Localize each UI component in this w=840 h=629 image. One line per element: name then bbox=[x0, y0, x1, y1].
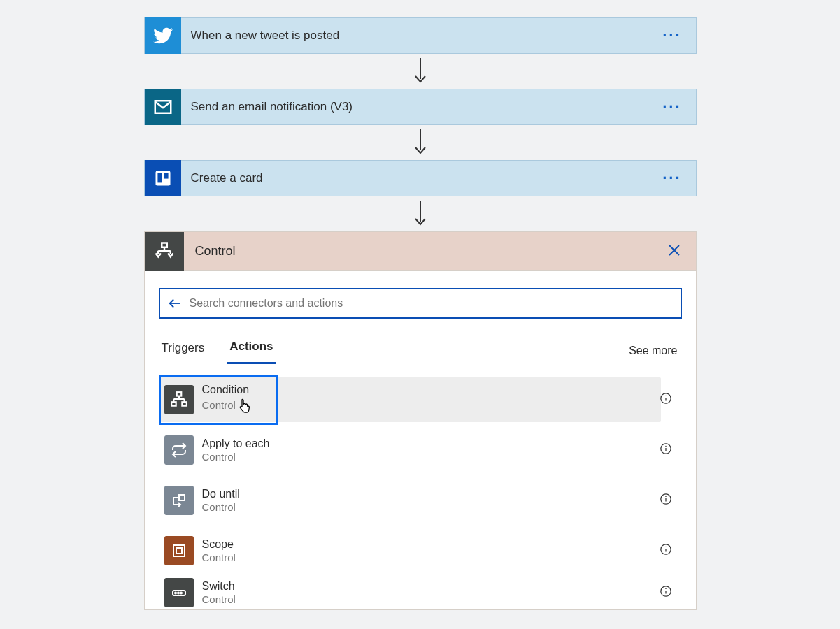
action-category: Control bbox=[202, 396, 253, 417]
svg-rect-28 bbox=[179, 495, 185, 500]
tabs-row: Triggers Actions See more bbox=[159, 337, 682, 365]
panel-header: Control bbox=[145, 232, 696, 271]
action-row-scope[interactable]: Scope Control bbox=[159, 526, 682, 576]
info-icon[interactable] bbox=[660, 493, 672, 508]
condition-icon bbox=[164, 385, 194, 414]
step-menu-button[interactable]: ··· bbox=[662, 98, 695, 116]
flow-step-twitter[interactable]: When a new tweet is posted ··· bbox=[144, 17, 697, 54]
flow-connector-arrow bbox=[144, 125, 697, 160]
loop-icon bbox=[164, 435, 194, 465]
search-input[interactable] bbox=[187, 297, 674, 310]
svg-point-31 bbox=[665, 496, 666, 497]
cursor-pointer-icon bbox=[237, 398, 251, 419]
flow-connector-arrow bbox=[144, 196, 697, 231]
svg-point-43 bbox=[665, 588, 666, 589]
action-category: Control bbox=[202, 551, 236, 565]
info-icon[interactable] bbox=[660, 543, 672, 558]
see-more-link[interactable]: See more bbox=[629, 345, 681, 357]
twitter-icon bbox=[145, 17, 181, 54]
action-category: Control bbox=[202, 593, 236, 607]
flow-step-email[interactable]: Send an email notification (V3) ··· bbox=[144, 89, 697, 125]
svg-rect-7 bbox=[162, 243, 167, 247]
actions-list: Condition Control bbox=[159, 375, 682, 609]
svg-rect-20 bbox=[171, 402, 176, 405]
svg-point-40 bbox=[180, 593, 182, 594]
action-row-apply-to-each[interactable]: Apply to each Control bbox=[159, 425, 682, 475]
mail-icon bbox=[145, 89, 181, 125]
svg-point-38 bbox=[175, 593, 176, 594]
action-picker-panel: Control Triggers Actions See more bbox=[144, 231, 697, 610]
svg-rect-32 bbox=[173, 545, 185, 556]
scope-icon bbox=[164, 536, 194, 565]
search-box[interactable] bbox=[159, 288, 682, 319]
close-button[interactable] bbox=[668, 244, 696, 259]
flow-step-label: Send an email notification (V3) bbox=[181, 100, 663, 114]
info-icon[interactable] bbox=[660, 585, 672, 600]
action-category: Control bbox=[202, 450, 270, 464]
trello-icon bbox=[145, 160, 181, 196]
action-row-switch[interactable]: Switch Control bbox=[159, 576, 682, 609]
svg-rect-5 bbox=[164, 173, 168, 178]
action-row-condition[interactable]: Condition Control bbox=[159, 375, 682, 425]
flow-step-label: When a new tweet is posted bbox=[181, 29, 663, 43]
svg-point-24 bbox=[665, 396, 666, 396]
action-name: Condition bbox=[202, 383, 253, 396]
flow-connector-arrow bbox=[144, 54, 697, 89]
panel-title: Control bbox=[184, 244, 668, 259]
control-icon bbox=[145, 232, 184, 271]
flow-step-trello[interactable]: Create a card ··· bbox=[144, 160, 697, 196]
tab-actions[interactable]: Actions bbox=[227, 337, 276, 364]
action-name: Do until bbox=[202, 487, 240, 500]
svg-rect-4 bbox=[157, 173, 162, 182]
svg-point-36 bbox=[665, 547, 666, 547]
step-menu-button[interactable]: ··· bbox=[662, 27, 695, 45]
svg-point-27 bbox=[665, 446, 666, 447]
svg-rect-15 bbox=[176, 392, 181, 396]
tab-triggers[interactable]: Triggers bbox=[159, 338, 208, 363]
action-name: Apply to each bbox=[202, 437, 270, 450]
svg-point-39 bbox=[178, 593, 179, 594]
switch-icon bbox=[164, 578, 194, 607]
svg-rect-33 bbox=[176, 548, 182, 554]
action-name: Scope bbox=[202, 537, 236, 551]
action-row-do-until[interactable]: Do until Control bbox=[159, 475, 682, 526]
action-category: Control bbox=[202, 500, 240, 514]
step-menu-button[interactable]: ··· bbox=[662, 169, 695, 187]
info-icon[interactable] bbox=[660, 442, 672, 458]
svg-rect-21 bbox=[182, 402, 187, 405]
back-arrow-icon[interactable] bbox=[167, 296, 187, 311]
dountil-icon bbox=[164, 486, 194, 515]
flow-step-label: Create a card bbox=[181, 171, 663, 185]
action-name: Switch bbox=[202, 579, 236, 593]
info-icon[interactable] bbox=[660, 392, 672, 407]
